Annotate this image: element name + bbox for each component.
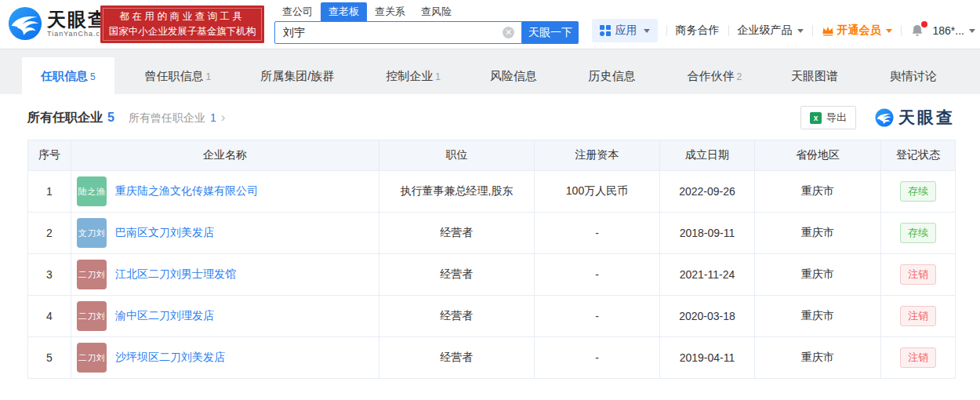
cell-company: 陆之渔 重庆陆之渔文化传媒有限公司 xyxy=(71,171,379,213)
search-tab-boss[interactable]: 查老板 xyxy=(321,2,367,21)
search-button[interactable]: 天眼一下 xyxy=(522,21,579,44)
cell-company: 文刀刘 巴南区文刀刘美发店 xyxy=(71,213,379,254)
tab-group[interactable]: 所属集团/族群 xyxy=(241,57,355,95)
company-link[interactable]: 渝中区二刀刘理发店 xyxy=(115,309,214,323)
cell-company: 二刀刘 渝中区二刀刘理发店 xyxy=(71,296,379,337)
account-menu[interactable]: 186*... xyxy=(933,24,975,37)
clear-search-icon[interactable]: ✕ xyxy=(503,27,514,38)
tab-controlled-companies[interactable]: 控制企业1 xyxy=(367,57,459,95)
tab-label: 曾任职信息 xyxy=(145,69,204,82)
chevron-down-icon xyxy=(969,29,975,33)
status-badge: 注销 xyxy=(900,264,936,285)
status-badge: 存续 xyxy=(900,181,936,202)
table-row: 1 陆之渔 重庆陆之渔文化传媒有限公司 执行董事兼总经理,股东 100万人民币 … xyxy=(28,171,956,213)
notifications-bell[interactable] xyxy=(910,24,924,38)
table-row: 2 文刀刘 巴南区文刀刘美发店 经营者 - 2018-09-11 重庆市 存续 xyxy=(28,213,956,254)
table-row: 3 二刀刘 江北区二刀刘男士理发馆 经营者 - 2021-11-24 重庆市 注… xyxy=(28,254,956,296)
header: 天眼查 TianYanCha.com 都在用的商业查询工具 国家中小企业发展子基… xyxy=(0,0,980,49)
search-area: 查公司 查老板 查关系 查风险 ✕ 天眼一下 xyxy=(274,3,579,44)
search-tab-company[interactable]: 查公司 xyxy=(274,2,321,21)
company-avatar: 二刀刘 xyxy=(77,301,107,331)
cell-date: 2021-11-24 xyxy=(660,254,755,296)
former-positions-count[interactable]: 1 xyxy=(210,111,216,124)
company-link[interactable]: 江北区二刀刘男士理发馆 xyxy=(115,267,236,282)
company-link[interactable]: 沙坪坝区二刀刘美发店 xyxy=(115,351,225,365)
chevron-down-icon xyxy=(886,29,892,33)
company-avatar: 二刀刘 xyxy=(77,343,107,373)
cell-region: 重庆市 xyxy=(755,213,881,254)
promo-banner-line1: 都在用的商业查询工具 xyxy=(107,9,258,24)
apps-menu[interactable]: 应用 xyxy=(592,19,658,42)
account-phone: 186*... xyxy=(933,24,964,37)
tab-former-positions[interactable]: 曾任职信息1 xyxy=(126,57,230,95)
notification-dot xyxy=(921,21,927,27)
former-positions-link[interactable]: 所有曾任职企业 xyxy=(129,111,205,125)
search-tab-relation[interactable]: 查关系 xyxy=(367,2,413,21)
tab-label: 所属集团/族群 xyxy=(260,69,334,82)
promo-banner: 都在用的商业查询工具 国家中小企业发展子基金旗下机构 xyxy=(100,5,264,43)
cell-status: 存续 xyxy=(881,213,956,254)
status-badge: 注销 xyxy=(900,347,936,368)
section-title-count: 5 xyxy=(107,111,114,125)
search-input[interactable] xyxy=(274,21,522,44)
cell-seq: 5 xyxy=(28,337,71,379)
menu-business-cooperation[interactable]: 商务合作 xyxy=(676,24,720,38)
col-date: 成立日期 xyxy=(660,140,755,171)
tianyancha-logo-icon xyxy=(8,6,42,41)
company-avatar: 陆之渔 xyxy=(77,176,107,206)
chevron-right-icon[interactable]: › xyxy=(221,112,226,123)
search-tab-risk[interactable]: 查风险 xyxy=(413,2,459,21)
export-button[interactable]: x 导出 xyxy=(800,106,856,129)
cell-date: 2020-03-18 xyxy=(660,296,755,337)
status-badge: 注销 xyxy=(900,306,936,326)
menu-enterprise-products[interactable]: 企业级产品 xyxy=(738,24,804,38)
cell-status: 注销 xyxy=(881,296,956,337)
cell-date: 2018-09-11 xyxy=(660,213,755,254)
tab-label: 合作伙伴 xyxy=(687,69,734,82)
tab-risk-info[interactable]: 风险信息 xyxy=(471,57,558,95)
cell-seq: 3 xyxy=(28,254,71,296)
cell-seq: 1 xyxy=(28,171,71,213)
apps-label: 应用 xyxy=(615,24,637,38)
cell-company: 二刀刘 沙坪坝区二刀刘美发店 xyxy=(71,337,379,379)
divider xyxy=(728,25,729,36)
tab-history-info[interactable]: 历史信息 xyxy=(570,57,657,95)
tab-label: 任职信息 xyxy=(41,69,88,82)
table-row: 5 二刀刘 沙坪坝区二刀刘美发店 经营者 - 2019-04-11 重庆市 注销 xyxy=(28,337,956,379)
tab-partners[interactable]: 合作伙伴2 xyxy=(668,57,760,95)
divider xyxy=(901,25,902,36)
cell-capital: - xyxy=(535,337,660,379)
excel-icon: x xyxy=(810,112,822,124)
tab-positions[interactable]: 任职信息5 xyxy=(22,57,114,95)
cell-seq: 2 xyxy=(28,213,71,254)
tab-label: 历史信息 xyxy=(589,69,636,82)
cell-date: 2022-09-26 xyxy=(660,171,755,213)
tab-graph[interactable]: 天眼图谱 xyxy=(772,57,859,95)
chevron-down-icon xyxy=(644,29,650,33)
tab-label: 舆情讨论 xyxy=(890,69,937,82)
section-actions: x 导出 天眼查 xyxy=(800,106,955,129)
cell-position: 执行董事兼总经理,股东 xyxy=(379,171,535,213)
col-status: 登记状态 xyxy=(881,140,956,171)
cell-status: 注销 xyxy=(881,337,956,379)
table-header-row: 序号 企业名称 职位 注册资本 成立日期 省份地区 登记状态 xyxy=(28,140,956,171)
tab-public-opinion[interactable]: 舆情讨论 xyxy=(871,57,958,95)
chevron-down-icon xyxy=(797,29,804,33)
table-row: 4 二刀刘 渝中区二刀刘理发店 经营者 - 2020-03-18 重庆市 注销 xyxy=(28,296,956,337)
search-box: ✕ 天眼一下 xyxy=(274,21,579,44)
tab-count: 1 xyxy=(435,71,441,82)
watermark-text: 天眼查 xyxy=(898,107,955,129)
divider xyxy=(666,25,667,36)
positions-table: 序号 企业名称 职位 注册资本 成立日期 省份地区 登记状态 1 陆之渔 重庆陆… xyxy=(27,140,956,379)
menu-vip[interactable]: 开通会员 xyxy=(822,24,892,38)
company-link[interactable]: 重庆陆之渔文化传媒有限公司 xyxy=(115,184,258,198)
cell-status: 注销 xyxy=(881,254,956,296)
tab-label: 风险信息 xyxy=(490,69,537,82)
col-position: 职位 xyxy=(379,140,535,171)
promo-banner-line2: 国家中小企业发展子基金旗下机构 xyxy=(107,24,258,39)
company-link[interactable]: 巴南区文刀刘美发店 xyxy=(115,226,214,240)
divider xyxy=(812,25,813,36)
top-menu: 应用 商务合作 企业级产品 开通会员 xyxy=(592,19,975,42)
tianyancha-logo[interactable]: 天眼查 TianYanCha.com xyxy=(8,6,112,41)
status-badge: 存续 xyxy=(900,223,936,243)
